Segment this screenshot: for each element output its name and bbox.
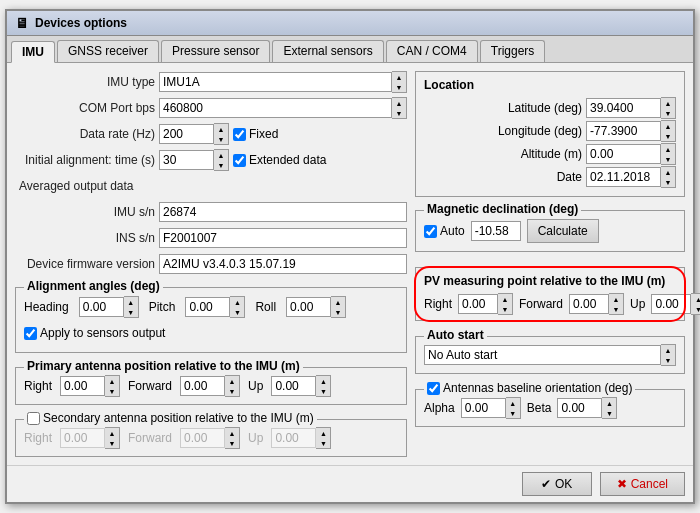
pv-up-down[interactable]: ▼ <box>691 304 700 314</box>
pv-right-up[interactable]: ▲ <box>498 294 512 304</box>
data-rate-spinbox[interactable]: 200 ▲ ▼ <box>159 124 229 144</box>
primary-forward-spinbox[interactable]: 0.00 ▲ ▼ <box>180 376 240 396</box>
primary-right-up[interactable]: ▲ <box>105 376 119 386</box>
alpha-down[interactable]: ▼ <box>506 408 520 418</box>
pv-right-spin-btns[interactable]: ▲ ▼ <box>498 293 513 315</box>
secondary-right-spinbox[interactable]: 0.00 ▲ ▼ <box>60 428 120 448</box>
alignment-time-spin-btns[interactable]: ▲ ▼ <box>214 149 229 171</box>
ok-button[interactable]: ✔ OK <box>522 472 592 496</box>
secondary-forward-down[interactable]: ▼ <box>225 438 239 448</box>
data-rate-down[interactable]: ▼ <box>214 134 228 144</box>
extended-data-checkbox[interactable] <box>233 154 246 167</box>
secondary-forward-up[interactable]: ▲ <box>225 428 239 438</box>
tab-can[interactable]: CAN / COM4 <box>386 40 478 62</box>
primary-up-spinbox[interactable]: 0.00 ▲ ▼ <box>271 376 331 396</box>
antennas-baseline-checkbox[interactable] <box>427 382 440 395</box>
tab-external[interactable]: External sensors <box>272 40 383 62</box>
pv-forward-down[interactable]: ▼ <box>609 304 623 314</box>
pv-right-down[interactable]: ▼ <box>498 304 512 314</box>
antennas-baseline-checkbox-label[interactable]: Antennas baseline orientation (deg) <box>427 381 632 395</box>
data-rate-up[interactable]: ▲ <box>214 124 228 134</box>
firmware-input[interactable]: A2IMU v3.4.0.3 15.07.19 <box>159 254 407 274</box>
auto-start-up[interactable]: ▲ <box>661 345 675 355</box>
auto-start-spinbox[interactable]: No Auto start ▲ ▼ <box>424 345 676 365</box>
apply-sensors-checkbox[interactable] <box>24 327 37 340</box>
fixed-checkbox-label[interactable]: Fixed <box>233 127 278 141</box>
alt-down[interactable]: ▼ <box>661 154 675 164</box>
secondary-right-up[interactable]: ▲ <box>105 428 119 438</box>
heading-up[interactable]: ▲ <box>124 297 138 307</box>
pv-forward-input[interactable]: 0.00 <box>569 294 609 314</box>
alt-spin-btns[interactable]: ▲ ▼ <box>661 143 676 165</box>
date-down[interactable]: ▼ <box>661 177 675 187</box>
alt-input[interactable]: 0.00 <box>586 144 661 164</box>
beta-spinbox[interactable]: 0.00 ▲ ▼ <box>557 398 617 418</box>
roll-spinbox[interactable]: 0.00 ▲ ▼ <box>286 297 346 317</box>
alpha-spin-btns[interactable]: ▲ ▼ <box>506 397 521 419</box>
alpha-spinbox[interactable]: 0.00 ▲ ▼ <box>461 398 521 418</box>
secondary-forward-input[interactable]: 0.00 <box>180 428 225 448</box>
lon-down[interactable]: ▼ <box>661 131 675 141</box>
tab-gnss[interactable]: GNSS receiver <box>57 40 159 62</box>
heading-input[interactable]: 0.00 <box>79 297 124 317</box>
secondary-up-spinbox[interactable]: 0.00 ▲ ▼ <box>271 428 331 448</box>
ins-sn-input[interactable]: F2001007 <box>159 228 407 248</box>
heading-down[interactable]: ▼ <box>124 307 138 317</box>
secondary-up-up[interactable]: ▲ <box>316 428 330 438</box>
lon-input[interactable]: -77.3900 <box>586 121 661 141</box>
primary-forward-down[interactable]: ▼ <box>225 386 239 396</box>
pitch-spin-btns[interactable]: ▲ ▼ <box>230 296 245 318</box>
alt-spinbox[interactable]: 0.00 ▲ ▼ <box>586 144 676 164</box>
com-port-down[interactable]: ▼ <box>392 108 406 118</box>
imu-type-spin-btns[interactable]: ▲ ▼ <box>392 71 407 93</box>
date-input[interactable]: 02.11.2018 <box>586 167 661 187</box>
cancel-button[interactable]: ✖ Cancel <box>600 472 685 496</box>
imu-type-input[interactable]: IMU1A <box>159 72 392 92</box>
lon-up[interactable]: ▲ <box>661 121 675 131</box>
pv-forward-spinbox[interactable]: 0.00 ▲ ▼ <box>569 294 624 314</box>
roll-spin-btns[interactable]: ▲ ▼ <box>331 296 346 318</box>
beta-up[interactable]: ▲ <box>602 398 616 408</box>
apply-sensors-label[interactable]: Apply to sensors output <box>24 326 165 340</box>
date-spin-btns[interactable]: ▲ ▼ <box>661 166 676 188</box>
auto-checkbox-label[interactable]: Auto <box>424 224 465 238</box>
primary-forward-input[interactable]: 0.00 <box>180 376 225 396</box>
roll-up[interactable]: ▲ <box>331 297 345 307</box>
lat-spinbox[interactable]: 39.0400 ▲ ▼ <box>586 98 676 118</box>
pv-up-input[interactable]: 0.00 <box>651 294 691 314</box>
secondary-antenna-checkbox-label[interactable]: Secondary antenna position relative to t… <box>27 411 314 425</box>
auto-checkbox[interactable] <box>424 225 437 238</box>
primary-forward-spin-btns[interactable]: ▲ ▼ <box>225 375 240 397</box>
data-rate-spin-btns[interactable]: ▲ ▼ <box>214 123 229 145</box>
lon-spinbox[interactable]: -77.3900 ▲ ▼ <box>586 121 676 141</box>
beta-spin-btns[interactable]: ▲ ▼ <box>602 397 617 419</box>
com-port-up[interactable]: ▲ <box>392 98 406 108</box>
alignment-time-spinbox[interactable]: 30 ▲ ▼ <box>159 150 229 170</box>
tab-triggers[interactable]: Triggers <box>480 40 546 62</box>
pv-right-input[interactable]: 0.00 <box>458 294 498 314</box>
extended-data-checkbox-label[interactable]: Extended data <box>233 153 326 167</box>
com-port-input[interactable]: 460800 <box>159 98 392 118</box>
imu-type-down[interactable]: ▼ <box>392 82 406 92</box>
secondary-forward-spin-btns[interactable]: ▲ ▼ <box>225 427 240 449</box>
lat-down[interactable]: ▼ <box>661 108 675 118</box>
primary-right-input[interactable]: 0.00 <box>60 376 105 396</box>
primary-up-down[interactable]: ▼ <box>316 386 330 396</box>
auto-start-down[interactable]: ▼ <box>661 355 675 365</box>
secondary-up-down[interactable]: ▼ <box>316 438 330 448</box>
secondary-up-input[interactable]: 0.00 <box>271 428 316 448</box>
auto-value-input[interactable]: -10.58 <box>471 221 521 241</box>
pv-forward-spin-btns[interactable]: ▲ ▼ <box>609 293 624 315</box>
fixed-checkbox[interactable] <box>233 128 246 141</box>
primary-right-spin-btns[interactable]: ▲ ▼ <box>105 375 120 397</box>
secondary-up-spin-btns[interactable]: ▲ ▼ <box>316 427 331 449</box>
beta-down[interactable]: ▼ <box>602 408 616 418</box>
primary-up-spin-btns[interactable]: ▲ ▼ <box>316 375 331 397</box>
pitch-spinbox[interactable]: 0.00 ▲ ▼ <box>185 297 245 317</box>
alignment-time-up[interactable]: ▲ <box>214 150 228 160</box>
data-rate-input[interactable]: 200 <box>159 124 214 144</box>
auto-start-spin-btns[interactable]: ▲ ▼ <box>661 344 676 366</box>
pv-up-up[interactable]: ▲ <box>691 294 700 304</box>
roll-input[interactable]: 0.00 <box>286 297 331 317</box>
heading-spin-btns[interactable]: ▲ ▼ <box>124 296 139 318</box>
